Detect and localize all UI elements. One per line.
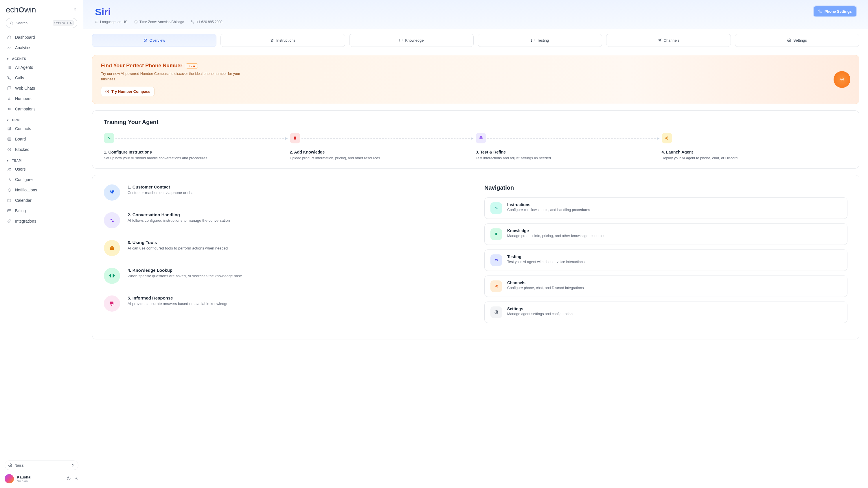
number-compass-banner: Find Your Perfect Phone Number NEW Try o… (92, 55, 859, 104)
sidebar-item-calls[interactable]: Calls (3, 72, 80, 83)
help-icon (67, 477, 71, 480)
book-icon (490, 228, 502, 240)
chat-icon (7, 86, 11, 90)
training-title: Training Your Agent (104, 119, 847, 126)
meta-timezone: Time Zone: America/Chicago (134, 20, 184, 24)
sidebar-item-label: Campaigns (15, 107, 36, 111)
nav-card-knowledge[interactable]: Knowledge Manage product info, pricing, … (484, 224, 847, 245)
main-content: Siri Phone Settings Language: en-US Time… (83, 0, 868, 488)
phone-icon (7, 76, 11, 80)
sidebar-item-all-agents[interactable]: All Agents (3, 62, 80, 72)
link-icon (7, 219, 11, 223)
logout-icon (75, 477, 79, 480)
home-icon (7, 35, 11, 39)
sidebar-group-team[interactable]: ▾ TEAM (3, 155, 80, 164)
collapse-sidebar-button[interactable] (73, 7, 77, 12)
wrench-icon (7, 177, 11, 182)
sidebar-item-contacts[interactable]: Contacts (3, 124, 80, 134)
training-step-2: ▶ 2. Add Knowledge Upload product inform… (290, 133, 476, 160)
svg-point-24 (668, 137, 669, 138)
chevron-down-icon: ▾ (7, 119, 9, 122)
sidebar-item-label: Calendar (15, 198, 32, 203)
sidebar-item-integrations[interactable]: Integrations (3, 216, 80, 226)
sidebar-item-label: Integrations (15, 219, 36, 224)
credit-card-icon (7, 209, 11, 213)
svg-point-6 (9, 168, 11, 169)
block-icon (7, 148, 11, 152)
tab-testing[interactable]: Testing (478, 34, 602, 47)
chat-icon (531, 38, 535, 42)
sidebar-item-notifications[interactable]: Notifications (3, 185, 80, 195)
sidebar-group-agents[interactable]: ▾ AGENTS (3, 53, 80, 62)
star-icon (270, 38, 274, 42)
svg-point-9 (10, 465, 11, 466)
sidebar-item-label: All Agents (15, 65, 33, 70)
sidebar-item-configure[interactable]: Configure (3, 174, 80, 185)
tab-knowledge[interactable]: Knowledge (349, 34, 474, 47)
org-switcher[interactable]: Niural (5, 460, 79, 470)
help-button[interactable] (67, 477, 71, 481)
overview-details-card: 1. Customer Contact Customer reaches out… (92, 175, 859, 339)
contacts-icon (7, 127, 11, 131)
sidebar-item-campaigns[interactable]: Campaigns (3, 104, 80, 114)
try-number-compass-button[interactable]: Try Number Compass (101, 87, 155, 96)
logout-button[interactable] (75, 477, 79, 481)
svg-rect-12 (95, 21, 98, 23)
svg-point-18 (108, 137, 109, 138)
search-icon (9, 21, 13, 25)
book-icon (290, 133, 300, 143)
logo: echwin (6, 5, 36, 14)
sidebar-item-numbers[interactable]: Numbers (3, 93, 80, 104)
gear-icon (8, 463, 12, 467)
sidebar-item-users[interactable]: Users (3, 164, 80, 174)
svg-point-15 (789, 40, 789, 41)
send-icon (658, 38, 661, 42)
phone-icon (191, 20, 194, 24)
sidebar-item-calendar[interactable]: Calendar (3, 195, 80, 205)
search-input[interactable]: Search... Ctrl/⌘ + K (6, 18, 77, 28)
meta-phone: +1 620 885 2030 (191, 20, 222, 24)
svg-point-30 (496, 208, 497, 209)
sidebar-item-blocked[interactable]: Blocked (3, 144, 80, 155)
nav-card-instructions[interactable]: Instructions Configure call flows, tools… (484, 197, 847, 219)
page-title: Siri (95, 6, 111, 18)
nav-card-settings[interactable]: Settings Manage agent settings and confi… (484, 301, 847, 323)
user-menu[interactable]: Kaushal No plan (5, 474, 79, 483)
nav-card-testing[interactable]: Testing Test your AI agent with chat or … (484, 250, 847, 271)
sidebar-group-crm[interactable]: ▾ CRM (3, 114, 80, 124)
analytics-icon (7, 46, 11, 50)
phone-settings-button[interactable]: Phone Settings (814, 6, 857, 17)
tab-overview[interactable]: Overview (92, 34, 216, 47)
svg-point-28 (112, 220, 114, 222)
sidebar-item-analytics[interactable]: Analytics (3, 42, 80, 53)
tab-instructions[interactable]: Instructions (220, 34, 345, 47)
training-step-3: ▶ 3. Test & Refine Test interactions and… (476, 133, 662, 160)
phone-icon (818, 9, 822, 13)
gear-icon (787, 38, 791, 42)
tab-settings[interactable]: Settings (735, 34, 859, 47)
chevron-down-icon: ▾ (7, 57, 9, 60)
share-icon (490, 281, 502, 292)
swap-icon (71, 463, 75, 467)
tab-channels[interactable]: Channels (606, 34, 731, 47)
gear-icon (490, 306, 502, 318)
sidebar-item-label: Calls (15, 75, 24, 80)
calendar-icon (7, 198, 11, 202)
flow-step-3: 3. Using Tools AI can use configured too… (104, 240, 467, 256)
nav-card-channels[interactable]: Channels Configure phone, chat, and Disc… (484, 275, 847, 297)
sidebar-item-board[interactable]: Board (3, 134, 80, 144)
sidebar-item-label: Billing (15, 208, 26, 213)
sidebar-item-billing[interactable]: Billing (3, 205, 80, 216)
training-step-1: ▶ 1. Configure Instructions Set up how y… (104, 133, 290, 160)
sidebar-item-web-chats[interactable]: Web Chats (3, 83, 80, 93)
compass-icon (105, 90, 109, 93)
search-placeholder: Search... (16, 21, 31, 25)
svg-point-35 (497, 285, 497, 285)
svg-point-5 (8, 168, 9, 169)
bell-icon (7, 188, 11, 192)
svg-point-29 (495, 207, 496, 208)
sidebar-item-dashboard[interactable]: Dashboard (3, 32, 80, 42)
svg-point-22 (481, 138, 482, 138)
phone-chat-icon (104, 185, 120, 201)
sidebar-item-label: Web Chats (15, 86, 35, 91)
